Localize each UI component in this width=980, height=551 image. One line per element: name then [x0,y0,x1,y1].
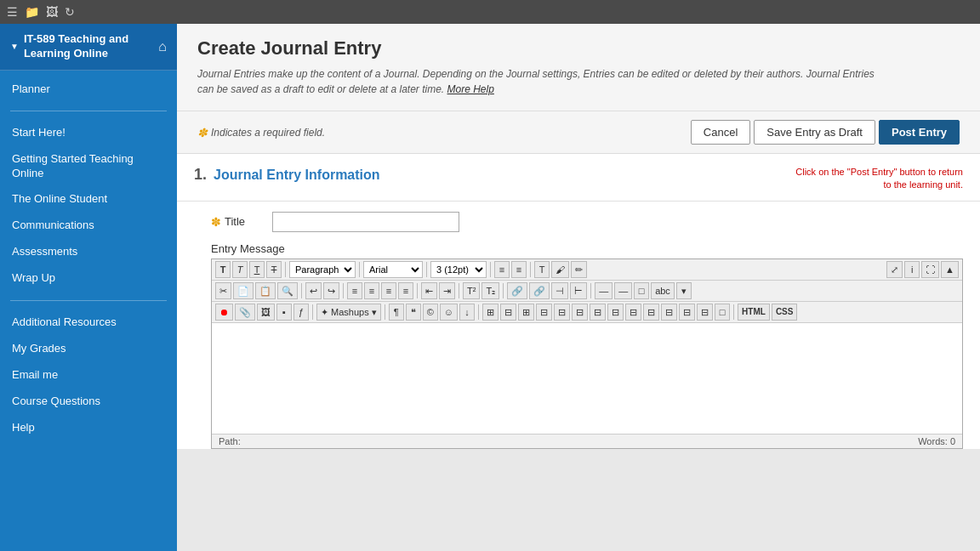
cancel-button[interactable]: Cancel [691,120,750,145]
rte-table-cell-8[interactable]: ⊟ [697,304,713,321]
rte-table-col-add-btn[interactable]: ⊟ [500,304,516,321]
rte-attach-btn[interactable]: 📎 [235,304,255,321]
sidebar-item-planner[interactable]: Planner [0,76,177,102]
rte-table-cell-2[interactable]: ⊟ [590,304,606,321]
rte-indent-btn[interactable]: ⇥ [439,282,455,299]
rte-fullscreen-btn[interactable]: ⛶ [921,261,939,278]
title-input[interactable] [272,212,459,232]
sidebar-item-course-questions[interactable]: Course Questions [0,389,177,415]
rte-css-btn[interactable]: CSS [772,304,798,321]
sidebar-planner-section: Planner [0,71,177,107]
rte-copy-btn[interactable]: 📄 [233,282,254,299]
rte-image-btn[interactable]: 🖼 [257,304,275,321]
rte-spell-btn[interactable]: abc [651,282,675,299]
rte-link-btn[interactable]: 🔗 [507,282,527,299]
sidebar-chevron-icon[interactable]: ▼ [10,42,19,51]
rte-record-btn[interactable]: ⏺ [215,304,233,321]
sidebar-item-additional-resources[interactable]: Additional Resources [0,310,177,336]
rte-outdent-btn[interactable]: ⇤ [421,282,437,299]
rte-mashups-btn[interactable]: ✦ Mashups ▾ [316,304,381,321]
sidebar-item-email-me[interactable]: Email me [0,362,177,389]
sidebar-item-start-here[interactable]: Start Here! [0,120,177,146]
rte-font-select[interactable]: Arial [363,261,423,278]
rte-hrule-btn[interactable]: — [595,282,612,299]
more-help-link[interactable]: More Help [447,83,494,95]
home-icon[interactable]: ⌂ [158,39,167,54]
sidebar-item-my-grades[interactable]: My Grades [0,336,177,362]
refresh-icon[interactable]: ↻ [65,5,75,19]
rte-strikethrough-btn[interactable]: T [266,261,282,278]
rte-unlink-btn[interactable]: 🔗 [529,282,550,299]
save-draft-button[interactable]: Save Entry as Draft [754,120,875,145]
rte-table-cell-3[interactable]: ⊟ [607,304,624,321]
sidebar-item-assessments[interactable]: Assessments [0,239,177,265]
rte-blockquote-btn[interactable]: ❝ [406,304,421,321]
image-icon[interactable]: 🖼 [46,5,58,19]
rte-copyright-btn[interactable]: © [423,304,438,321]
rte-superscript-btn[interactable]: T² [463,282,480,299]
sidebar-item-communications[interactable]: Communications [0,213,177,239]
rte-table-cell-1[interactable]: ⊟ [572,304,588,321]
rte-sep-4 [490,262,491,277]
rte-info-btn[interactable]: i [904,261,920,278]
rte-eraser-btn[interactable]: ✏ [571,261,587,278]
rte-dash-btn[interactable]: — [614,282,632,299]
sidebar-item-help[interactable]: Help [0,415,177,441]
rte-anchor-btn[interactable]: ⊣ [551,282,568,299]
rte-formula-btn[interactable]: ƒ [293,304,309,321]
rte-paragraph-mark-btn[interactable]: ¶ [389,304,404,321]
rte-paste-btn[interactable]: 📋 [255,282,276,299]
rte-content-area[interactable] [212,323,962,434]
rte-collapse-btn[interactable]: ▲ [941,261,959,278]
list-icon[interactable]: ☰ [7,5,18,19]
title-field-row: ✽ Title [177,202,980,239]
rte-underline-btn[interactable]: T [249,261,265,278]
rte-media-btn[interactable]: ▪ [276,304,292,321]
rte-italic-btn[interactable]: T [232,261,248,278]
rte-table-cell-4[interactable]: ⊟ [625,304,641,321]
rte-dropdown-btn[interactable]: ▾ [676,282,692,299]
form-section-header: 1. Journal Entry Information Click on th… [177,154,980,202]
sidebar-item-getting-started[interactable]: Getting Started Teaching Online [0,146,177,187]
rte-undo-btn[interactable]: ↩ [305,282,322,299]
rte-unordered-list-btn[interactable]: ≡ [494,261,510,278]
rte-highlight-btn[interactable]: 🖌 [551,261,569,278]
post-entry-button[interactable]: Post Entry [879,120,960,145]
sidebar-header: ▼ IT-589 Teaching and Learning Online ⌂ [0,24,177,71]
rte-table-cell-6[interactable]: ⊟ [661,304,677,321]
sidebar-item-online-student[interactable]: The Online Student [0,186,177,213]
folder-icon[interactable]: 📁 [25,5,39,19]
rte-cut-btn[interactable]: ✂ [215,282,231,299]
rte-insert-btn[interactable]: ⊢ [570,282,587,299]
rte-find-btn[interactable]: 🔍 [277,282,298,299]
rte-table-cell-5[interactable]: ⊟ [643,304,659,321]
sidebar-divider-2 [10,300,167,301]
rte-size-select[interactable]: 3 (12pt) [430,261,487,278]
rte-align-right-btn[interactable]: ≡ [381,282,396,299]
rte-paragraph-select[interactable]: Paragraph [289,261,356,278]
rte-table-cell-9[interactable]: □ [715,304,730,321]
rte-preview-btn[interactable]: ⤢ [886,261,903,278]
rte-box-btn[interactable]: □ [634,282,649,299]
rte-align-justify-btn[interactable]: ≡ [398,282,413,299]
rte-table-cell-7[interactable]: ⊟ [679,304,695,321]
rte-bold-btn[interactable]: T [215,261,231,278]
rte-table-row-add-btn[interactable]: ⊟ [536,304,552,321]
rte-align-center-btn[interactable]: ≡ [364,282,379,299]
title-label: ✽ Title [211,215,262,229]
rte-table-btn[interactable]: ⊞ [482,304,499,321]
rte-align-left-btn[interactable]: ≡ [347,282,362,299]
rte-table-col-del-btn[interactable]: ⊞ [518,304,534,321]
rte-subscript-btn[interactable]: T₂ [481,282,499,299]
rte-redo-btn[interactable]: ↪ [323,282,339,299]
sidebar-item-wrap-up[interactable]: Wrap Up [0,265,177,292]
rte-html-btn[interactable]: HTML [738,304,770,321]
description-text: Journal Entries make up the content of a… [197,68,875,95]
required-note-text: Indicates a required field. [211,127,325,139]
rte-table-row-del-btn[interactable]: ⊟ [554,304,570,321]
main-layout: ▼ IT-589 Teaching and Learning Online ⌂ … [0,24,980,551]
rte-text-color-btn[interactable]: T [534,261,550,278]
rte-special-char-btn[interactable]: ↓ [459,304,475,321]
rte-emoji-btn[interactable]: ☺ [440,304,458,321]
rte-ordered-list-btn[interactable]: ≡ [511,261,527,278]
